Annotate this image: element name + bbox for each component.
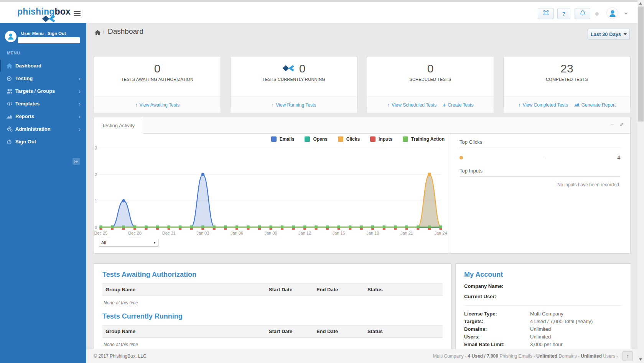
chart-area: EmailsOpensClicksInputsTraining Action 3… [94, 134, 451, 253]
panel-tabbar: Testing Activity − [94, 117, 630, 134]
legend-item[interactable]: Clicks [338, 136, 360, 142]
date-range-label: Last 30 Days [591, 31, 621, 37]
column-header: Status [364, 284, 443, 296]
scroll-up-arrow-icon[interactable] [639, 2, 642, 5]
stat-label: TESTS CURRENTLY RUNNING [231, 77, 357, 82]
create-tests-link[interactable]: +Create Tests [443, 102, 473, 108]
svg-text:Dec 31: Dec 31 [162, 231, 176, 235]
sidebar-item-label: Administration [15, 126, 51, 132]
legend-label: Training Action [411, 136, 445, 142]
scrollbar-thumb[interactable] [638, 7, 644, 122]
chart-icon [7, 114, 15, 119]
chart-filter-value: All [101, 240, 106, 245]
users-icon [7, 89, 15, 94]
testing-activity-chart: 3210Dec 25Dec 28Dec 31Jan 03Jan 06Jan 09… [94, 142, 451, 238]
select-caret-icon: ▼ [153, 241, 156, 245]
collapse-panel-icon[interactable]: − [610, 122, 614, 128]
view-scheduled-tests-link[interactable]: ↑View Scheduled Tests [387, 102, 436, 108]
stat-card-awaiting: 0 TESTS AWAITING AUTHORIZATION ↑View Awa… [94, 57, 221, 108]
legend-swatch-icon [338, 136, 343, 142]
tab-testing-activity[interactable]: Testing Activity [94, 117, 143, 134]
sidebar-avatar[interactable] [5, 31, 16, 42]
legend-swatch-icon [370, 136, 376, 142]
stat-value: 23 [504, 62, 630, 75]
view-awaiting-tests-link[interactable]: ↑View Awaiting Tests [135, 102, 180, 108]
power-icon [7, 139, 15, 145]
sidebar-item-reports[interactable]: Reports › [0, 110, 86, 123]
sidebar-item-templates[interactable]: Templates › [0, 97, 86, 110]
sidebar-collapse-button[interactable] [72, 158, 80, 165]
footer: © 2017 PhishingBox, LLC. Multi Company -… [86, 349, 637, 363]
awaiting-tests-table: Group Name Start Date End Date Status [102, 283, 443, 296]
legend-label: Opens [313, 136, 327, 142]
legend-label: Clicks [346, 136, 360, 142]
sidebar-toggle-icon[interactable] [74, 11, 81, 16]
arrow-up-icon: ↑ [518, 102, 521, 108]
gears-icon [7, 126, 15, 132]
sidebar: User Menu - Sign Out MENU Dashboard Test… [0, 23, 86, 363]
sidebar-item-label: Sign Out [15, 139, 36, 145]
scroll-down-arrow-icon[interactable] [639, 358, 642, 361]
fish-logo-icon [42, 15, 56, 25]
chart-icon [574, 102, 580, 108]
chart-filter-select[interactable]: All ▼ [99, 239, 158, 246]
view-running-tests-link[interactable]: ↑View Running Tests [272, 102, 316, 108]
chart-side-panel: Top Clicks - 4 Top Inputs No inputs have… [451, 134, 630, 253]
running-tests-table: Group Name Start Date End Date Status [102, 325, 443, 338]
legend-item[interactable]: Opens [305, 136, 327, 142]
notifications-button[interactable] [575, 8, 590, 19]
header: phishingbox ? [0, 2, 644, 23]
divider [464, 306, 622, 306]
fullscreen-button[interactable] [538, 8, 554, 19]
sidebar-item-label: Targets / Groups [15, 88, 55, 94]
sidebar-item-label: Dashboard [15, 63, 41, 69]
legend-item[interactable]: Training Action [403, 136, 445, 142]
license-summary-text: Multi Company - 4 Used / 7,000 Phishing … [433, 353, 618, 359]
empty-table-text: None at this time [102, 296, 443, 311]
chevron-right-icon: › [79, 113, 81, 120]
legend-swatch-icon [305, 136, 310, 142]
legend-item[interactable]: Inputs [370, 136, 392, 142]
bullet-icon [460, 156, 463, 159]
sidebar-item-dashboard[interactable]: Dashboard [0, 59, 86, 72]
stat-card-running: 0 TESTS CURRENTLY RUNNING ↑View Running … [230, 57, 357, 108]
logo[interactable]: phishingbox [17, 7, 71, 17]
svg-text:2: 2 [95, 172, 97, 177]
generate-report-link[interactable]: Generate Report [574, 102, 616, 108]
expand-panel-icon[interactable] [619, 122, 624, 128]
target-icon [7, 76, 15, 81]
user-menu-caret-icon[interactable] [624, 13, 628, 15]
help-icon: ? [562, 11, 566, 17]
legend-item[interactable]: Emails [271, 136, 295, 142]
legend-swatch-icon [271, 136, 277, 142]
top-clicks-count: 4 [617, 154, 620, 161]
copyright-text: © 2017 PhishingBox, LLC. [94, 353, 148, 359]
svg-text:Jan 12: Jan 12 [298, 231, 311, 235]
user-menu-link[interactable]: User Menu - Sign Out [21, 31, 66, 36]
help-button[interactable]: ? [557, 8, 570, 19]
home-icon[interactable] [95, 30, 100, 37]
stat-label: SCHEDULED TESTS [367, 77, 494, 82]
top-clicks-row: - 4 [460, 154, 620, 161]
sidebar-item-sign-out[interactable]: Sign Out [0, 135, 86, 148]
sidebar-item-targets-groups[interactable]: Targets / Groups › [0, 85, 86, 97]
sidebar-item-administration[interactable]: Administration › [0, 123, 86, 135]
vertical-scrollbar[interactable] [637, 0, 644, 363]
svg-text:Dec 28: Dec 28 [128, 231, 142, 235]
stat-label: COMPLETED TESTS [504, 77, 630, 82]
top-inputs-empty-text: No inputs have been recorded. [460, 182, 620, 187]
chevron-down-icon [624, 33, 627, 35]
svg-text:0: 0 [95, 225, 97, 230]
svg-text:Jan 18: Jan 18 [366, 231, 379, 235]
account-field-license: License Type: Multi Company [464, 311, 622, 317]
view-completed-tests-link[interactable]: ↑View Completed Tests [518, 102, 568, 108]
date-range-button[interactable]: Last 30 Days [588, 29, 630, 39]
stat-value: 0 [367, 62, 494, 75]
sidebar-item-testing[interactable]: Testing › [0, 72, 86, 85]
chevron-right-icon: › [79, 126, 81, 132]
my-account-title: My Account [464, 271, 622, 279]
user-avatar[interactable] [606, 7, 618, 19]
svg-text:1: 1 [95, 199, 97, 203]
back-to-top-button[interactable]: ↑ [623, 351, 633, 361]
account-field-company: Company Name: [464, 283, 622, 289]
